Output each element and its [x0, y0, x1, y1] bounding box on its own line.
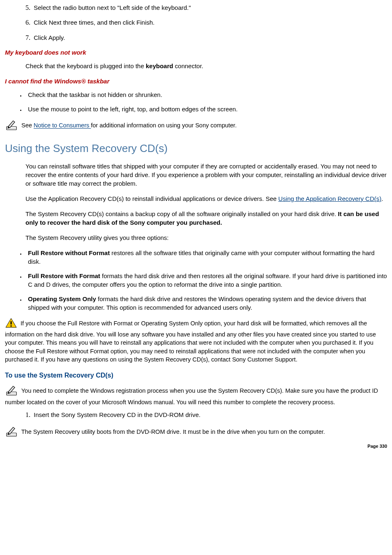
- list-item: Full Restore with Format formats the har…: [25, 272, 387, 289]
- note-text: You need to complete the Windows registr…: [5, 387, 378, 405]
- recovery-p2: Use the Application Recovery CD(s) to re…: [5, 194, 387, 203]
- recovery-p4: The System Recovery utility gives you th…: [5, 233, 387, 242]
- p2-pre: Use the Application Recovery CD(s) to re…: [25, 195, 278, 202]
- pencil-note-icon: [5, 119, 18, 133]
- keyboard-heading: My keyboard does not work: [5, 48, 387, 57]
- app-recovery-link[interactable]: Using the Application Recovery CD(s): [278, 195, 381, 202]
- note-text: The System Recovery utility boots from t…: [20, 428, 325, 435]
- recovery-p1: You can reinstall software titles that s…: [5, 162, 387, 188]
- page-number: Page 330: [5, 443, 387, 449]
- pencil-note-icon: [5, 385, 18, 398]
- text-pre: Check that the keyboard is plugged into …: [25, 62, 146, 69]
- list-item: Select the radio button next to "Left si…: [32, 3, 387, 12]
- pencil-note-icon: [5, 426, 18, 439]
- list-item: Check that the taskbar is not hidden or …: [25, 90, 387, 99]
- note-pre: See: [20, 122, 34, 129]
- opt-bold: Full Restore with Format: [28, 272, 100, 279]
- boot-note: The System Recovery utility boots from t…: [5, 426, 387, 439]
- warning-note: If you choose the Full Restore with Form…: [5, 318, 387, 364]
- taskbar-list: Check that the taskbar is not hidden or …: [5, 90, 387, 113]
- p2-post: .: [381, 195, 383, 202]
- list-item: Full Restore without Format restores all…: [25, 249, 387, 266]
- text-bold: keyboard: [146, 62, 173, 69]
- list-item: Use the mouse to point to the left, righ…: [25, 105, 387, 113]
- use-recovery-steps: Insert the Sony System Recovery CD in th…: [5, 410, 387, 419]
- step-text: Select the radio button next to "Left si…: [34, 4, 191, 11]
- opt-bold: Full Restore without Format: [28, 249, 110, 256]
- top-ordered-list: Select the radio button next to "Left si…: [5, 3, 387, 42]
- step-text: Insert the Sony System Recovery CD in th…: [34, 411, 201, 418]
- svg-rect-1: [11, 321, 12, 325]
- recovery-title: Using the System Recovery CD(s): [5, 141, 387, 156]
- p3-pre: The System Recovery CD(s) contains a bac…: [25, 210, 338, 217]
- step-text: Click Apply.: [34, 34, 65, 41]
- keyboard-text: Check that the keyboard is plugged into …: [5, 62, 387, 70]
- opt-bold: Operating System Only: [28, 295, 96, 302]
- notice-consumers-link[interactable]: Notice to Consumers: [34, 122, 91, 129]
- taskbar-heading: I cannot find the Windows® taskbar: [5, 77, 387, 85]
- svg-rect-2: [11, 325, 12, 327]
- recovery-options-list: Full Restore without Format restores all…: [5, 249, 387, 312]
- recovery-p3: The System Recovery CD(s) contains a bac…: [5, 210, 387, 227]
- list-item: Insert the Sony System Recovery CD in th…: [32, 410, 387, 419]
- note-post: for additional information on using your…: [91, 122, 237, 129]
- notice-note: See Notice to Consumers for additional i…: [5, 119, 387, 133]
- list-item: Operating System Only formats the hard d…: [25, 295, 387, 312]
- text-post: connector.: [173, 62, 203, 69]
- warning-icon: [5, 318, 17, 330]
- use-recovery-heading: To use the System Recovery CD(s): [5, 371, 387, 380]
- list-item: Click Next three times, and then click F…: [32, 18, 387, 27]
- list-item: Click Apply.: [32, 33, 387, 42]
- step-text: Click Next three times, and then click F…: [34, 19, 154, 26]
- warning-text: If you choose the Full Restore with Form…: [5, 320, 376, 363]
- registration-note: You need to complete the Windows registr…: [5, 385, 387, 407]
